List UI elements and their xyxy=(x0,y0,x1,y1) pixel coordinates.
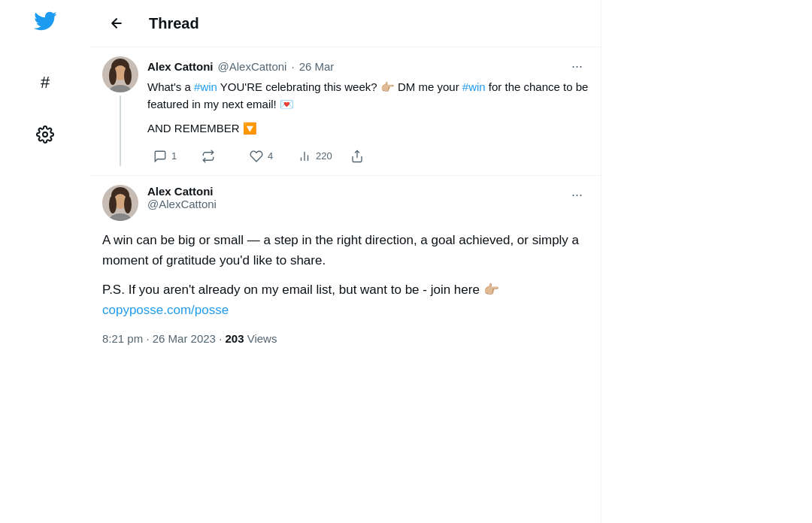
tweet-2-header-row: Alex Cattoni @AlexCattoni ··· xyxy=(102,185,589,221)
thread-header: Thread xyxy=(90,0,601,47)
retweet-action[interactable] xyxy=(195,147,238,166)
tweet-1-content: Alex Cattoni @AlexCattoni · 26 Mar ··· W… xyxy=(147,56,589,166)
settings-icon xyxy=(36,125,54,148)
avatar-2[interactable] xyxy=(102,185,138,221)
tweet-2-ps-text: P.S. If you aren't already on my email l… xyxy=(102,283,499,297)
tweet-1-author-handle[interactable]: @AlexCattoni xyxy=(218,60,287,73)
win-hashtag-1[interactable]: #win xyxy=(194,80,217,93)
tweet-meta-views-count: 203 xyxy=(225,332,244,345)
tweet-2-author-info: Alex Cattoni @AlexCattoni xyxy=(147,185,217,210)
reply-count: 1 xyxy=(171,150,177,162)
like-count: 4 xyxy=(268,150,273,162)
tweet-1-author-info: Alex Cattoni @AlexCattoni · 26 Mar xyxy=(147,60,334,73)
tweet-2: Alex Cattoni @AlexCattoni ··· A win can … xyxy=(90,176,601,355)
svg-point-14 xyxy=(109,195,117,213)
svg-point-15 xyxy=(124,195,132,213)
explore-icon: # xyxy=(41,73,50,92)
share-icon xyxy=(350,150,364,163)
svg-point-0 xyxy=(43,132,47,137)
tweet-1-text-line2: AND REMEMBER 🔽 xyxy=(147,120,589,138)
tweet-2-body-line1: A win can be big or small — a step in th… xyxy=(102,230,589,271)
tweet-1-date-value: 26 Mar xyxy=(299,60,335,73)
tweet-2-more-button[interactable]: ··· xyxy=(565,185,589,204)
svg-point-4 xyxy=(109,67,117,85)
tweet-1: Alex Cattoni @AlexCattoni · 26 Mar ··· W… xyxy=(90,47,601,176)
sidebar-item-settings[interactable] xyxy=(29,120,62,153)
page-title: Thread xyxy=(149,15,199,32)
tweets-container: Alex Cattoni @AlexCattoni · 26 Mar ··· W… xyxy=(90,47,601,523)
tweet-2-meta: 8:21 pm · 26 Mar 2023 · 203 Views xyxy=(102,332,589,345)
tweet-1-text: What's a #win YOU'RE celebrating this we… xyxy=(147,79,589,113)
like-icon xyxy=(250,150,263,163)
views-action[interactable]: 220 xyxy=(292,147,338,166)
tweet-meta-date: 26 Mar 2023 xyxy=(153,332,216,345)
views-count: 220 xyxy=(316,150,332,162)
tweet-2-author-block: Alex Cattoni @AlexCattoni ··· xyxy=(147,185,589,221)
main-content: Thread xyxy=(90,0,601,523)
tweet-2-author-handle[interactable]: @AlexCattoni xyxy=(147,198,217,210)
retweet-icon xyxy=(201,150,215,163)
tweet-2-link[interactable]: copyposse.com/posse xyxy=(102,303,229,317)
tweet-meta-views-label: Views xyxy=(244,332,277,345)
tweet-meta-time: 8:21 pm xyxy=(102,332,143,345)
win-hashtag-2[interactable]: #win xyxy=(462,80,486,93)
tweet-1-date: · xyxy=(291,60,294,73)
tweet-1-header: Alex Cattoni @AlexCattoni · 26 Mar ··· xyxy=(147,56,589,76)
avatar-col-1 xyxy=(102,56,138,166)
thread-connector-line xyxy=(120,95,121,166)
tweet-2-body-line2: P.S. If you aren't already on my email l… xyxy=(102,280,589,320)
reply-icon xyxy=(153,150,167,163)
tweet-1-actions: 1 xyxy=(147,147,589,166)
twitter-logo-icon[interactable] xyxy=(33,9,57,39)
avatar-1[interactable] xyxy=(102,56,138,92)
share-action[interactable] xyxy=(344,147,386,166)
svg-point-5 xyxy=(124,67,132,85)
like-action[interactable]: 4 xyxy=(244,147,286,166)
reply-action[interactable]: 1 xyxy=(147,147,189,166)
tweet-2-author-name: Alex Cattoni xyxy=(147,185,217,198)
tweet-meta-dot1: · xyxy=(146,332,152,345)
sidebar: # xyxy=(0,0,90,523)
sidebar-item-explore[interactable]: # xyxy=(29,66,62,99)
tweet-1-more-button[interactable]: ··· xyxy=(565,56,589,76)
tweet-1-author-name: Alex Cattoni xyxy=(147,60,214,73)
views-icon xyxy=(298,150,311,163)
back-button[interactable] xyxy=(102,9,131,38)
